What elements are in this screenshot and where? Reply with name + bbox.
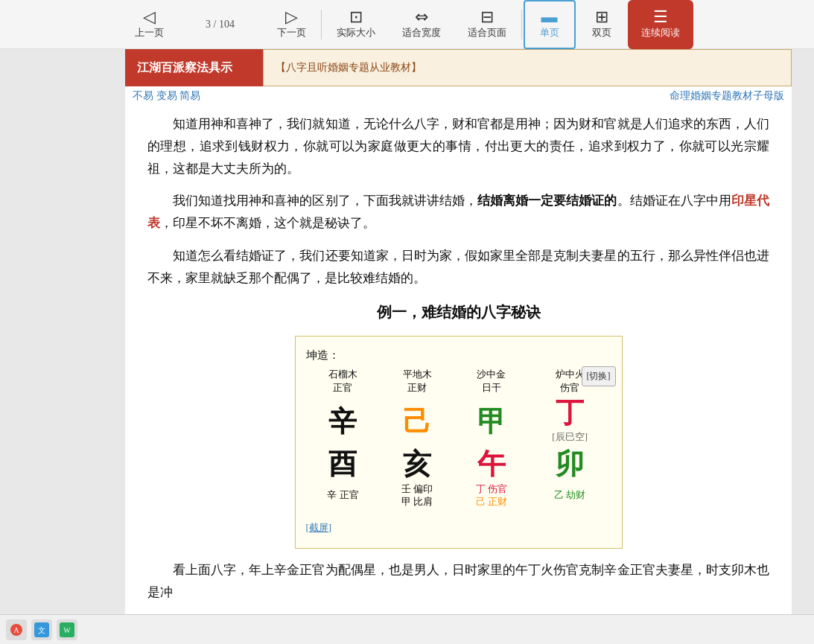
sub1-cell: 辛 正官 <box>306 482 381 510</box>
svg-text:A: A <box>13 625 19 634</box>
next-label: 下一页 <box>277 26 306 39</box>
branch2-char: 亥 <box>383 449 451 480</box>
stem4-cell: 丁 [辰巳空] <box>529 396 611 447</box>
pillar2-role: 正财 <box>383 381 451 395</box>
toolbar: ◁ 上一页 3 / 104 ▷ 下一页 ⊡ 实际大小 ⇔ 适合宽度 ⊟ 适合页面… <box>0 0 814 49</box>
paragraph-4: 看上面八字，年上辛金正官为配偶星，也是男人，日时家里的午丁火伤官克制辛金正官夫妻… <box>147 559 769 604</box>
taskbar-icon-3[interactable]: W <box>57 619 77 640</box>
actual-size-button[interactable]: ⊡ 实际大小 <box>323 0 389 49</box>
svg-text:文: 文 <box>38 626 45 634</box>
bazi-chart: 坤造： [切换] 石榴木 正官 平地木 <box>295 336 623 549</box>
paragraph-2: 我们知道找用神和喜神的区别了，下面我就讲讲结婚，结婚离婚一定要结婚证的。结婚证在… <box>147 190 769 235</box>
screenshot-button[interactable]: [截屏] <box>306 522 332 533</box>
main-area: 江湖百派察法具示 【八字且听婚姻专题从业教材】 不易 变易 简易 命理婚姻专题教… <box>0 49 814 644</box>
book-header: 江湖百派察法具示 【八字且听婚姻专题从业教材】 <box>125 49 792 86</box>
sub4-cell: 乙 劫财 <box>529 482 611 510</box>
page-content: 江湖百派察法具示 【八字且听婚姻专题从业教材】 不易 变易 简易 命理婚姻专题教… <box>125 49 792 644</box>
para4-text: 看上面八字，年上辛金正官为配偶星，也是男人，日时家里的午丁火伤官克制辛金正官夫妻… <box>147 563 769 599</box>
branch1-cell: 酉 <box>306 447 381 482</box>
subtitle-left: 不易 变易 简易 <box>133 89 200 103</box>
pillar3-header: 沙中金 日干 <box>454 366 529 396</box>
taskbar: A 文 W <box>0 614 814 644</box>
bazi-row-header: 石榴木 正官 平地木 正财 沙中金 日干 <box>306 366 611 396</box>
stem1-cell: 辛 <box>306 396 381 447</box>
prev-icon: ◁ <box>143 9 156 25</box>
branch1-char: 酉 <box>309 449 378 480</box>
text-body: 知道用神和喜神了，我们就知道，无论什么八字，财和官都是用神；因为财和官就是人们追… <box>125 106 792 622</box>
single-page-label: 单页 <box>540 26 559 39</box>
branch3-cell: 午 <box>454 447 529 482</box>
para2-after-bold: 。结婚证在八字中用 <box>617 194 731 208</box>
taskbar-svg-1: A <box>9 622 24 637</box>
stem4-char: 丁 <box>532 398 608 429</box>
screenshot-area: [截屏] <box>306 516 611 538</box>
double-page-button[interactable]: ⊞ 双页 <box>576 0 628 49</box>
stem3-char: 甲 <box>457 407 526 438</box>
bazi-row-branches: 酉 亥 午 卯 <box>306 447 611 482</box>
bazi-label: 坤造： <box>306 349 340 361</box>
example-section: 例一，难结婚的八字秘诀 坤造： [切换] 石榴木 正官 <box>162 299 754 549</box>
sub1-text: 辛 正官 <box>309 489 378 502</box>
actual-size-icon: ⊡ <box>349 9 363 25</box>
svg-text:W: W <box>63 626 71 634</box>
fit-page-icon: ⊟ <box>480 9 494 25</box>
page-info: 3 / 104 <box>191 19 250 31</box>
pillar3-element: 沙中金 <box>457 368 526 381</box>
sub3-cell: 丁 伤官 己 正财 <box>454 482 529 510</box>
continuous-read-button[interactable]: ☰ 连续阅读 <box>628 0 693 49</box>
banner-left-text: 江湖百派察法具示 <box>137 60 232 76</box>
fit-width-label: 适合宽度 <box>402 26 441 39</box>
divider2 <box>521 10 522 39</box>
bazi-table: 石榴木 正官 平地木 正财 沙中金 日干 <box>306 366 611 510</box>
subtitle-bar: 不易 变易 简易 命理婚姻专题教材子母版 <box>125 86 792 106</box>
paragraph-1: 知道用神和喜神了，我们就知道，无论什么八字，财和官都是用神；因为财和官就是人们追… <box>147 113 769 179</box>
banner-left: 江湖百派察法具示 <box>125 49 263 86</box>
stem2-cell: 己 <box>380 396 454 447</box>
para1-text: 知道用神和喜神了，我们就知道，无论什么八字，财和官都是用神；因为财和官就是人们追… <box>147 117 769 176</box>
prev-label: 上一页 <box>135 26 164 39</box>
branch4-cell: 卯 <box>529 447 611 482</box>
paragraph-3: 知道怎么看结婚证了，我们还要知道家，日时为家，假如家里全部是克制夫妻星的五行，那… <box>147 245 769 290</box>
para2-end: ，印星不坏不离婚，这个就是秘诀了。 <box>160 216 375 230</box>
double-page-icon: ⊞ <box>595 9 608 25</box>
fit-width-icon: ⇔ <box>415 9 428 25</box>
fit-page-button[interactable]: ⊟ 适合页面 <box>454 0 520 49</box>
stem3-cell: 甲 <box>454 396 529 447</box>
branch2-cell: 亥 <box>380 447 454 482</box>
stem1-char: 辛 <box>309 407 378 438</box>
sub2-cell: 壬 偏印 甲 比肩 <box>380 482 454 510</box>
sub2-1-text: 壬 偏印 <box>383 483 451 496</box>
taskbar-icon-2[interactable]: 文 <box>31 619 52 640</box>
left-gutter <box>0 49 125 644</box>
next-page-button[interactable]: ▷ 下一页 <box>264 0 319 49</box>
taskbar-svg-2: 文 <box>34 622 49 637</box>
page-number: 3 / 104 <box>177 0 264 49</box>
prev-page-button[interactable]: ◁ 上一页 <box>121 0 177 49</box>
single-page-button[interactable]: ▬ 单页 <box>524 0 576 49</box>
page-scroll[interactable]: 江湖百派察法具示 【八字且听婚姻专题从业教材】 不易 变易 简易 命理婚姻专题教… <box>125 49 792 644</box>
stem4-note: [辰巳空] <box>532 429 608 446</box>
sub2-2-text: 甲 比肩 <box>383 496 451 508</box>
stem2-char: 己 <box>383 407 451 438</box>
taskbar-icon-1[interactable]: A <box>6 619 27 640</box>
pillar3-role: 日干 <box>457 381 526 395</box>
single-page-icon: ▬ <box>541 9 558 25</box>
banner-right-text: 【八字且听婚姻专题从业教材】 <box>276 61 422 74</box>
fit-width-button[interactable]: ⇔ 适合宽度 <box>389 0 454 49</box>
fit-page-label: 适合页面 <box>468 26 506 39</box>
taskbar-svg-3: W <box>60 622 74 637</box>
para3-text: 知道怎么看结婚证了，我们还要知道家，日时为家，假如家里全部是克制夫妻星的五行，那… <box>147 249 769 285</box>
branch3-char: 午 <box>457 449 526 480</box>
banner-right: 【八字且听婚姻专题从业教材】 <box>263 49 792 86</box>
pillar1-element: 石榴木 <box>309 368 378 381</box>
right-gutter <box>792 49 814 644</box>
continuous-icon: ☰ <box>653 9 668 25</box>
double-page-label: 双页 <box>592 26 611 39</box>
subtitle-right: 命理婚姻专题教材子母版 <box>670 89 784 103</box>
divider1 <box>321 10 322 39</box>
sub4-text: 乙 劫财 <box>532 489 608 502</box>
sub3-text: 丁 伤官 <box>457 483 526 496</box>
switch-button[interactable]: [切换] <box>582 366 616 386</box>
next-icon: ▷ <box>285 9 298 25</box>
actual-size-label: 实际大小 <box>337 26 375 39</box>
